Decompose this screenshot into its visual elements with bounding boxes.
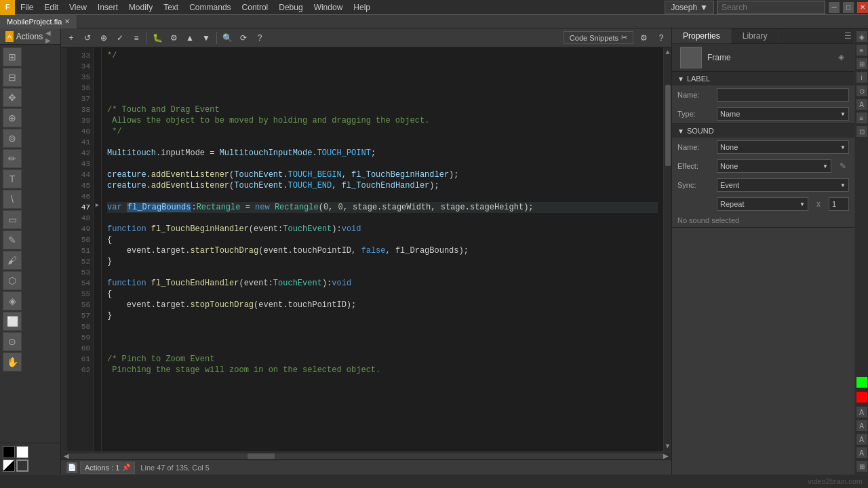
menu-debug[interactable]: Debug	[273, 1, 308, 14]
panel-icon-3d[interactable]: ⊕	[3, 108, 22, 127]
panel-icon-line[interactable]: \	[3, 190, 22, 209]
panel-icon-eraser[interactable]: ⬜	[3, 312, 22, 331]
green-swatch[interactable]	[856, 377, 867, 388]
right-icon-6[interactable]: A	[856, 99, 867, 110]
panel-icon-paint[interactable]: ⬡	[3, 271, 22, 290]
maximize-button[interactable]: □	[843, 2, 854, 13]
frame-action-icon[interactable]: ◈	[838, 52, 849, 63]
auto-format-button[interactable]: ≡	[129, 30, 144, 45]
panel-icon-zoom[interactable]: ⊙	[3, 332, 22, 351]
right-icon-resize-1[interactable]: A	[856, 407, 867, 418]
close-button[interactable]: ✕	[857, 2, 868, 13]
scroll-thumb[interactable]	[665, 85, 671, 166]
code-editor[interactable]: 33 34 35 36 37 38 39 40 41 42 43 44 45 4…	[61, 47, 671, 451]
panel-icon-brush[interactable]: 🖌	[3, 251, 22, 270]
tab-properties[interactable]: Properties	[672, 28, 732, 43]
panel-icon-select[interactable]: ⊞	[3, 47, 22, 66]
menu-view[interactable]: View	[64, 1, 92, 14]
right-icon-resize-4[interactable]: A	[856, 447, 867, 458]
no-color[interactable]	[16, 460, 28, 472]
menu-help[interactable]: Help	[348, 1, 376, 14]
pin-button[interactable]: ⊕	[96, 30, 111, 45]
search-input[interactable]	[717, 1, 825, 14]
sound-repeat-select-arrow-icon: ▼	[800, 201, 805, 207]
right-icon-3[interactable]: ⊞	[856, 58, 867, 69]
vertical-scrollbar[interactable]: ▲ ▼	[663, 47, 671, 451]
panel-icon-type[interactable]: T	[3, 169, 22, 188]
right-icon-2[interactable]: ≡	[856, 45, 867, 56]
panel-collapse-icon[interactable]: ◀ ▶	[45, 29, 55, 44]
right-icon-1[interactable]: ◈	[856, 31, 867, 42]
help-code-button[interactable]: ?	[252, 30, 267, 45]
line-num-39: 39	[69, 115, 90, 126]
replace-button[interactable]: ⟳	[236, 30, 251, 45]
menu-modify[interactable]: Modify	[123, 1, 158, 14]
menu-file[interactable]: File	[15, 1, 39, 14]
code-line-40: */	[107, 126, 658, 137]
label-type-label: Type:	[677, 110, 711, 118]
label-type-select[interactable]: Name ▼	[717, 107, 849, 121]
panel-icon-lasso[interactable]: ⊚	[3, 129, 22, 148]
sound-section-header[interactable]: ▼ SOUND	[672, 124, 854, 138]
code-line-41	[107, 137, 658, 148]
settings-button[interactable]: ⚙	[636, 30, 651, 45]
panel-icon-subselect[interactable]: ⊟	[3, 68, 22, 87]
sound-repeat-select[interactable]: Repeat ▼	[717, 197, 808, 211]
panel-icon-pen[interactable]: ✏	[3, 149, 22, 168]
right-icon-4[interactable]: i	[856, 72, 867, 83]
minimize-button[interactable]: ─	[829, 2, 840, 13]
menu-edit[interactable]: Edit	[39, 1, 64, 14]
tab-library[interactable]: Library	[732, 28, 779, 43]
red-swatch[interactable]	[856, 392, 867, 403]
actions-count-tab[interactable]: Actions : 1 📌	[80, 462, 135, 474]
sound-sync-select[interactable]: Event ▼	[717, 178, 849, 192]
expand-button[interactable]: ?	[654, 30, 669, 45]
sound-name-select[interactable]: None ▼	[717, 140, 849, 154]
right-icon-resize-3[interactable]: A	[856, 434, 867, 445]
panel-icon-pencil[interactable]: ✎	[3, 230, 22, 249]
panel-options-icon[interactable]: ☰	[842, 28, 854, 43]
fill-color[interactable]	[16, 446, 28, 458]
panel-icon-rect[interactable]: ▭	[3, 210, 22, 229]
stroke-color[interactable]	[3, 446, 15, 458]
label-section-header[interactable]: ▼ LABEL	[672, 72, 854, 85]
swap-colors[interactable]	[3, 460, 15, 472]
move-up-button[interactable]: ▲	[182, 30, 197, 45]
right-icon-align[interactable]: ⊡	[856, 126, 867, 137]
sound-edit-button[interactable]: ✎	[837, 160, 849, 172]
label-section: ▼ LABEL Name: Type: Name ▼	[672, 72, 854, 124]
fold-35	[94, 69, 101, 80]
menu-control[interactable]: Control	[237, 1, 274, 14]
code-content-area[interactable]: */ /* Touch and Drag Event Allows the ob…	[102, 47, 663, 451]
right-icon-5[interactable]: ⊙	[856, 85, 867, 96]
move-down-button[interactable]: ▼	[199, 30, 214, 45]
undo-button[interactable]: ↺	[80, 30, 95, 45]
sound-repeat-count-input[interactable]	[829, 197, 849, 211]
sound-effect-select[interactable]: None ▼	[717, 159, 831, 173]
find-button[interactable]: 🔍	[220, 30, 235, 45]
fold-34	[94, 58, 101, 69]
panel-icon-eyedrop[interactable]: ◈	[3, 291, 22, 310]
tab-close-icon[interactable]: ✕	[64, 18, 70, 25]
panel-icon-hand[interactable]: ✋	[3, 352, 22, 371]
debug-button[interactable]: 🐛	[150, 30, 165, 45]
horizontal-scrollbar[interactable]: ◀ ▶	[61, 451, 671, 460]
right-icon-7[interactable]: ≡	[856, 113, 867, 123]
menu-insert[interactable]: Insert	[92, 1, 123, 14]
menu-window[interactable]: Window	[309, 1, 349, 14]
check-button[interactable]: ✓	[113, 30, 127, 45]
right-icon-resize-2[interactable]: A	[856, 420, 867, 431]
code-snippets-button[interactable]: Code Snippets ✂	[564, 31, 633, 44]
line-num-40: 40	[69, 126, 90, 137]
menu-text[interactable]: Text	[158, 1, 184, 14]
options-button[interactable]: ⚙	[166, 30, 181, 45]
panel-icon-free-transform[interactable]: ✥	[3, 88, 22, 107]
scrollbar-thumb-h[interactable]	[248, 453, 275, 459]
fold-47-indicator[interactable]: ▶	[94, 199, 101, 210]
user-dropdown[interactable]: Joseph ▼	[665, 1, 714, 14]
add-new-item-button[interactable]: +	[64, 30, 79, 45]
tab-mobile-project[interactable]: MobileProject.fla ✕	[0, 15, 77, 28]
right-icon-resize-5[interactable]: ⊞	[856, 461, 867, 472]
label-name-input[interactable]	[717, 88, 849, 102]
menu-commands[interactable]: Commands	[184, 1, 236, 14]
